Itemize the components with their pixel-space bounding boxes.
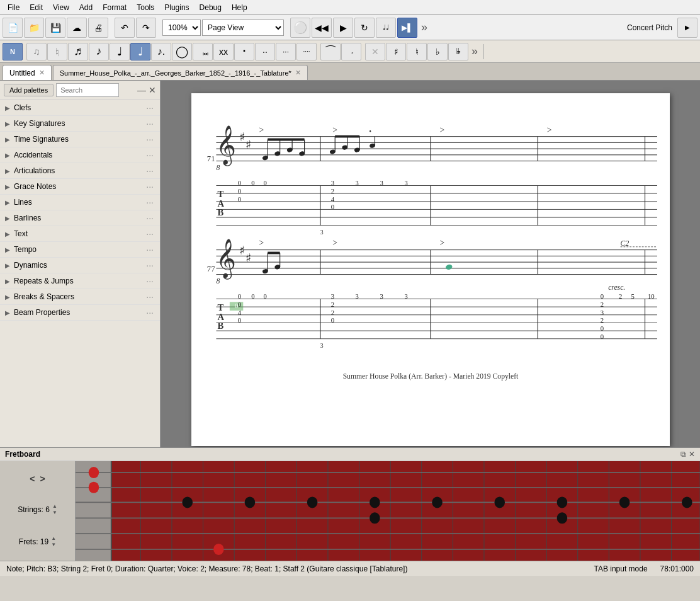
next-measure-button[interactable]: ▶▌ [397, 18, 417, 38]
key-sig-more[interactable]: ··· [145, 118, 155, 129]
new-button[interactable]: 📄 [3, 18, 23, 38]
palettes-search-input[interactable] [56, 83, 119, 97]
view-mode-select[interactable]: Page View Continuous View [202, 20, 284, 36]
palette-grace-notes[interactable]: ▶ Grace Notes ··· [0, 179, 160, 195]
palette-articulations[interactable]: ▶ Articulations ··· [0, 163, 160, 179]
save-online-button[interactable]: ☁ [67, 18, 87, 38]
quarter-note-btn[interactable]: ♩ [110, 43, 130, 60]
beam-properties-more[interactable]: ··· [145, 307, 155, 318]
frets-increment[interactable]: ▲ [51, 535, 56, 542]
menu-file[interactable]: File [3, 2, 25, 13]
menu-debug[interactable]: Debug [195, 2, 227, 13]
accidental-x-btn[interactable]: ✕ [365, 43, 385, 60]
tempo-more[interactable]: ··· [145, 244, 155, 255]
palette-tempo[interactable]: ▶ Tempo ··· [0, 242, 160, 258]
add-palettes-button[interactable]: Add palettes [4, 84, 54, 96]
note-input-mode-btn[interactable]: N [3, 43, 23, 60]
barlines-more[interactable]: ··· [145, 213, 155, 223]
palette-beam-properties[interactable]: ▶ Beam Properties ··· [0, 305, 160, 321]
frets-spinner[interactable]: ▲ ▼ [51, 535, 56, 548]
menu-view[interactable]: View [48, 2, 74, 13]
double-whole-btn[interactable]: 𝅜 [193, 43, 213, 60]
triple-dot-btn[interactable]: ··· [276, 43, 296, 60]
tab-summer-house-close[interactable]: ✕ [295, 69, 301, 77]
fretboard-grid[interactable] [76, 461, 700, 561]
metronome-button[interactable]: ♩♩ [376, 18, 396, 38]
mixer-button[interactable]: ⚪ [290, 18, 310, 38]
menu-add[interactable]: Add [74, 2, 98, 13]
dot-btn[interactable]: · [234, 43, 254, 60]
palette-clefs[interactable]: ▶ Clefs ··· [0, 100, 160, 116]
svg-text:>: > [332, 238, 337, 248]
palette-key-signatures[interactable]: ▶ Key Signatures ··· [0, 116, 160, 132]
palettes-minimize[interactable]: — [137, 85, 146, 95]
time-sig-more[interactable]: ··· [145, 134, 155, 144]
print-button[interactable]: 🖨 [88, 18, 108, 38]
loop-button[interactable]: ↻ [354, 18, 375, 38]
tuplet-btn[interactable]: 𝅘 [341, 43, 361, 60]
half-note-btn[interactable]: ♩ [130, 43, 150, 60]
palette-text[interactable]: ▶ Text ··· [0, 226, 160, 242]
double-dot-btn[interactable]: ·· [255, 43, 275, 60]
clefs-more[interactable]: ··· [145, 103, 155, 113]
tab-summer-house[interactable]: Summer_House_Polka_-_arr._Georges_Barker… [53, 65, 308, 80]
lines-more[interactable]: ··· [145, 197, 155, 207]
accidentals-more[interactable]: ··· [145, 150, 155, 160]
undo-button[interactable]: ↶ [115, 18, 135, 38]
strings-increment[interactable]: ▲ [52, 503, 57, 510]
note-toolbar-more[interactable]: » [469, 45, 480, 58]
whole-note-btn[interactable]: ◯ [172, 43, 192, 60]
menu-edit[interactable]: Edit [25, 2, 48, 13]
sixteenth-note-btn[interactable]: ♬ [68, 43, 88, 60]
fretboard-popout[interactable]: ⧉ [680, 450, 686, 459]
play-button[interactable]: ▶ [333, 18, 353, 38]
quadruple-dot-btn[interactable]: ···· [296, 43, 317, 60]
open-button[interactable]: 📁 [24, 18, 44, 38]
palette-repeats-jumps[interactable]: ▶ Repeats & Jumps ··· [0, 273, 160, 289]
accidental-sharp-btn[interactable]: ♯ [386, 43, 406, 60]
grace-notes-more[interactable]: ··· [145, 181, 155, 192]
breaks-spacers-more[interactable]: ··· [145, 292, 155, 302]
accidental-flat-btn[interactable]: ♭ [427, 43, 448, 60]
fretboard-next[interactable]: > [40, 474, 45, 484]
repeats-jumps-more[interactable]: ··· [145, 276, 155, 286]
redo-button[interactable]: ↷ [136, 18, 156, 38]
menu-tools[interactable]: Tools [132, 2, 159, 13]
palettes-close[interactable]: ✕ [149, 85, 156, 95]
palette-time-signatures[interactable]: ▶ Time Signatures ··· [0, 132, 160, 147]
palette-breaks-spacers[interactable]: ▶ Breaks & Spacers ··· [0, 289, 160, 305]
fretboard-prev[interactable]: < [30, 474, 35, 484]
zoom-select[interactable]: 100% 75% 150% [162, 20, 201, 36]
strings-spinner[interactable]: ▲ ▼ [52, 503, 57, 516]
accidental-double-flat-btn[interactable]: 𝄫 [448, 43, 468, 60]
score-area[interactable]: 71 𝄞 ♯ ♯ 8 > [161, 81, 700, 447]
text-more[interactable]: ··· [145, 229, 155, 239]
save-button[interactable]: 💾 [45, 18, 65, 38]
voice1-btn[interactable]: ♫ [26, 43, 47, 60]
svg-text:8: 8 [216, 164, 220, 172]
menu-plugins[interactable]: Plugins [159, 2, 194, 13]
menu-help[interactable]: Help [227, 2, 252, 13]
breve-btn[interactable]: xx [213, 43, 234, 60]
eighth-rest-btn[interactable]: ♮ [47, 43, 67, 60]
palette-accidentals[interactable]: ▶ Accidentals ··· [0, 147, 160, 163]
tie-btn[interactable]: ⁀ [320, 43, 341, 60]
tab-untitled-close[interactable]: ✕ [39, 69, 45, 77]
frets-decrement[interactable]: ▼ [51, 542, 56, 548]
toolbar-more[interactable]: » [419, 21, 430, 34]
tab-untitled[interactable]: Untitled ✕ [3, 65, 52, 80]
svg-text:0: 0 [237, 292, 240, 300]
articulations-more[interactable]: ··· [145, 166, 155, 176]
palette-dynamics[interactable]: ▶ Dynamics ··· [0, 258, 160, 273]
accidental-natural-btn[interactable]: ♮ [407, 43, 427, 60]
fretboard-close[interactable]: ✕ [689, 450, 695, 459]
strings-decrement[interactable]: ▼ [52, 510, 57, 516]
dynamics-more[interactable]: ··· [145, 260, 155, 270]
rewind-button[interactable]: ◀◀ [312, 18, 332, 38]
concert-pitch-toggle[interactable]: ▶ [677, 18, 697, 38]
eighth-note-btn[interactable]: ♪ [89, 43, 109, 60]
dotted-half-btn[interactable]: ♪. [151, 43, 171, 60]
palette-barlines[interactable]: ▶ Barlines ··· [0, 210, 160, 226]
menu-format[interactable]: Format [98, 2, 132, 13]
palette-lines[interactable]: ▶ Lines ··· [0, 195, 160, 210]
